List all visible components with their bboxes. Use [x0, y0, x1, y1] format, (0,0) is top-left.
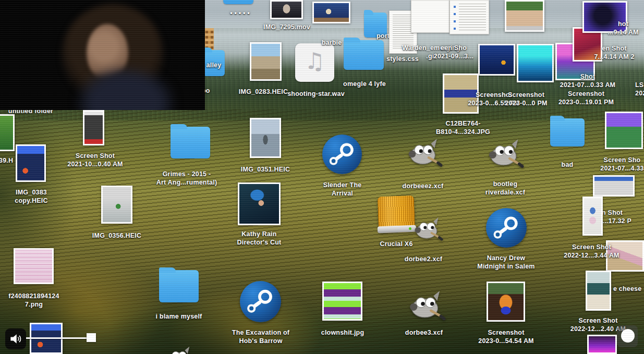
desktop-icon-screenshot-5454[interactable]: Screenshot 2023-0...54.54 AM	[487, 282, 525, 322]
ss-414-label-label: en Shot 7...4.14 AM 2	[591, 44, 638, 62]
nancy-drew-midnight-in-salem-art	[486, 208, 527, 248]
ss-433-art	[605, 112, 643, 149]
omegle-4-lyfe-folder-art	[344, 40, 384, 70]
ss-433-label: Screen Sho 2021-07...4.33	[588, 156, 644, 173]
desktop-icon-dorbeeez-xcf[interactable]: dorbeeez.xcf	[405, 136, 443, 168]
thread-doc-art	[449, 0, 489, 34]
clownshit-jpg-label: clownshit.jpg	[312, 328, 373, 337]
img-0356-heic-thumbnail	[103, 187, 131, 222]
desktop-icon-blue-game-thumb[interactable]	[478, 44, 515, 76]
desktop-icon-ss-oct-2021[interactable]: Screen Shot 2021-10...0.40 AM	[83, 110, 104, 145]
volume-overlay	[0, 322, 104, 353]
bad-folder-art	[550, 118, 585, 147]
png-2408821894124-thumbnail	[15, 250, 52, 283]
window-ss-thumb-thumbnail	[594, 177, 633, 195]
desktop-icon-ss-433[interactable]: Screen Sho 2021-07...4.33	[605, 112, 643, 149]
desktop-icon-news-anchor-thumb[interactable]	[312, 2, 350, 23]
desktop[interactable]: IMG_7295.mov• • • • •alleypobarbieportWa…	[0, 0, 644, 354]
desktop-icon-omegle-4-lyfe-folder[interactable]: omegle 4 lyfe	[344, 40, 384, 70]
ss-oct-2021-thumbnail	[84, 112, 103, 144]
purple-room-thumb-thumbnail	[589, 336, 615, 352]
c12be764-jpg-label: C12BE764- B810-4...324.JPG	[427, 119, 500, 137]
steam-logo-icon	[490, 212, 523, 244]
dorbeeez-xcf-art	[405, 136, 443, 168]
desktop-icon-eleven-doll-thumb[interactable]	[582, 197, 603, 236]
img-0351-heic-label: IMG_0351.HEIC	[230, 165, 300, 174]
ss-garble-b-label: Screenshot 2023-0...0 PM	[494, 91, 558, 108]
music-note-icon: ♫	[295, 43, 334, 82]
dorbeeez-xcf-label: dorbeeez.xcf	[394, 182, 452, 190]
img-7295-mov-label: IMG_7295.mov	[253, 23, 320, 31]
man-hat-thumb-thumbnail	[506, 2, 543, 30]
img-0351-heic-thumbnail	[251, 119, 280, 156]
dorbee2-xcf-art	[412, 215, 443, 241]
nancy-drew-midnight-in-salem-label: Nancy Drew Midnight in Salem	[466, 254, 546, 271]
ss-344-label-label: Screen Shot 2022-12...3.44 AM	[551, 243, 632, 260]
desktop-icon-man-hat-thumb[interactable]	[505, 0, 544, 32]
bootleg-riverdale-xcf-art	[485, 137, 524, 168]
png-2408821894124-art	[14, 248, 54, 284]
boy-dress-thumb-art	[586, 271, 611, 311]
img-0283-heic-thumbnail	[251, 44, 280, 79]
desktop-icon-green-thumb-edge[interactable]	[0, 114, 15, 151]
desktop-icon-nancy-drew-midnight-in-salem[interactable]: Nancy Drew Midnight in Salem	[486, 208, 527, 248]
grimes-folder-art	[171, 127, 210, 158]
blue-game-thumb-thumbnail	[480, 45, 514, 74]
desktop-icon-shooting-star-wav[interactable]: ♫shooting-star.wav	[295, 43, 334, 82]
clownshit-jpg-thumbnail	[324, 283, 361, 319]
desktop-icon-i-blame-myself-folder[interactable]: i blame myself	[159, 270, 199, 302]
ss-914-label-label: hot ...9.14 AM	[602, 20, 644, 37]
shooting-star-wav-label: shooting-star.wav	[280, 90, 353, 98]
dorbee2-xcf-label: dorbee2.xcf	[394, 255, 453, 263]
desktop-icon-alley-folder[interactable]: alley	[203, 50, 225, 76]
volume-slider-handle[interactable]	[87, 333, 96, 342]
kathy-rain-directors-cut-art	[238, 182, 281, 225]
window-ss-thumb-art	[593, 175, 635, 197]
png-2408821894124-label: f2408821894124 7.png	[0, 292, 72, 309]
desktop-icon-aqua-game-thumb[interactable]	[517, 44, 554, 82]
desktop-icon-crucial-x6[interactable]: Crucial X6	[378, 196, 415, 233]
screenshot-5454-thumbnail	[488, 283, 524, 320]
indicator-group	[617, 325, 638, 347]
desktop-icon-img-0351-heic[interactable]: IMG_0351.HEIC	[250, 118, 281, 158]
desktop-icon-dorbee3-xcf[interactable]: dorbee3.xcf	[406, 288, 446, 321]
desktop-icon-port-folder[interactable]: port	[364, 13, 387, 38]
blue-game-thumb-art	[478, 44, 515, 76]
webcam-person-body	[76, 67, 175, 110]
dots-row-label: • • • • •	[225, 9, 254, 17]
desktop-icon-blank-page-doc[interactable]	[411, 0, 449, 33]
desktop-icon-kathy-rain-directors-cut[interactable]: Kathy Rain Director's Cut	[238, 182, 281, 225]
grimes-folder-label: Grimes - 2015 - Art Ang...rumental)	[151, 170, 223, 187]
volume-mute-button[interactable]	[5, 328, 26, 349]
desktop-icon-excavation-of-hobs-barrow[interactable]: The Excavation of Hob's Barrow	[240, 281, 281, 322]
desktop-icon-grimes-folder[interactable]: Grimes - 2015 - Art Ang...rumental)	[171, 127, 210, 158]
desktop-icon-img-0283-heic[interactable]: IMG_0283.HEIC	[250, 42, 282, 81]
desktop-icon-folder-top-fragment[interactable]	[223, 0, 253, 4]
desktop-icon-bad-folder[interactable]: bad	[550, 118, 585, 147]
desktop-icon-bootleg-riverdale-xcf[interactable]: bootleg riverdale.xcf	[485, 137, 524, 168]
volume-slider-track[interactable]	[26, 337, 88, 339]
boy-dress-thumb-thumbnail	[587, 272, 610, 309]
dorbee3-xcf-art	[406, 288, 446, 321]
excavation-of-hobs-barrow-art	[240, 281, 281, 322]
cheese-label-label: e cheese	[613, 285, 644, 293]
desktop-icon-img-7295-mov[interactable]: IMG_7295.mov	[270, 0, 303, 19]
news-anchor-thumb-thumbnail	[314, 3, 349, 22]
desktop-icon-clownshit-jpg[interactable]: clownshit.jpg	[322, 282, 362, 321]
purple-room-thumb-art	[587, 335, 617, 354]
desktop-icon-png-2408821894124[interactable]: f2408821894124 7.png	[14, 248, 54, 284]
desktop-icon-purple-room-thumb[interactable]	[587, 335, 617, 354]
gimp-ghost-bottom-art	[165, 345, 194, 354]
desktop-icon-img-0356-heic[interactable]: IMG_0356.HEIC	[101, 186, 132, 224]
desktop-icon-gimp-ghost-bottom[interactable]	[165, 345, 194, 354]
aqua-game-thumb-art	[517, 44, 554, 82]
desktop-icon-window-ss-thumb[interactable]	[593, 175, 635, 197]
gimp-wilber-icon	[406, 288, 446, 321]
desktop-icon-boy-dress-thumb[interactable]	[586, 271, 611, 311]
desktop-icon-thread-doc[interactable]	[449, 0, 489, 34]
desktop-icon-dorbee2-xcf[interactable]: dorbee2.xcf	[412, 215, 443, 241]
crucial-x6-art	[378, 196, 415, 233]
desktop-icon-slender-the-arrival[interactable]: Slender The Arrival	[322, 135, 362, 174]
eleven-doll-thumb-thumbnail	[584, 198, 601, 234]
i-blame-myself-folder-art	[159, 270, 199, 302]
